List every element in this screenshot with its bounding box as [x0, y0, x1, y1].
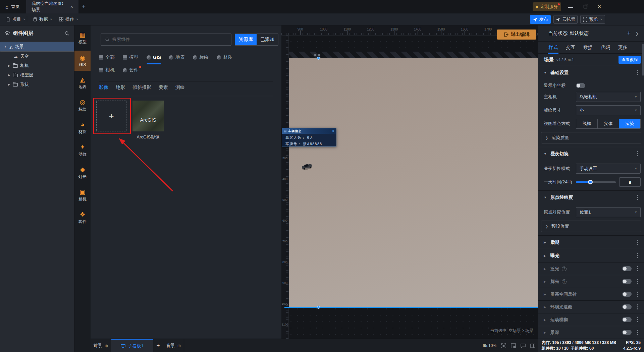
- ssr-toggle[interactable]: [622, 292, 632, 297]
- tab-code[interactable]: 代码: [601, 42, 610, 54]
- popup-header[interactable]: ▤ 车辆信息 ×: [282, 128, 336, 134]
- bloom-toggle[interactable]: [622, 266, 632, 271]
- shading-wireframe[interactable]: 线框: [576, 119, 598, 128]
- tab-background[interactable]: 背景 ⊕: [163, 339, 184, 352]
- motion-blur-toggle[interactable]: [622, 317, 632, 322]
- rail-item-terrain[interactable]: ◭地表: [74, 73, 91, 93]
- section-ao[interactable]: ▶ 环境光遮蔽: [538, 300, 644, 313]
- tab-subboard[interactable]: 子看板1: [111, 339, 153, 352]
- section-ssr[interactable]: ▶ 屏幕空间反射: [538, 288, 644, 300]
- tab-more[interactable]: 更多: [618, 42, 628, 54]
- collapse-arrow-icon[interactable]: ▶: [7, 83, 11, 86]
- add-circle-icon[interactable]: ⊕: [105, 343, 108, 348]
- daynight-mode-select[interactable]: 手动设置∨: [576, 164, 641, 174]
- collapse-arrow-icon[interactable]: ▶: [7, 64, 11, 67]
- ao-toggle[interactable]: [622, 304, 632, 309]
- minimize-button[interactable]: —: [566, 3, 576, 10]
- kebab-menu-icon[interactable]: [637, 242, 638, 243]
- tab-resource-library[interactable]: 资源库: [235, 34, 257, 45]
- help-icon[interactable]: ?: [562, 267, 567, 271]
- cloud-host-button[interactable]: 云托管: [553, 15, 578, 24]
- slider-knob[interactable]: [588, 180, 593, 184]
- chip-terrain[interactable]: 地表: [169, 54, 185, 62]
- section-depth-of-field[interactable]: ▶ 景深: [538, 326, 644, 339]
- close-button[interactable]: ×: [594, 3, 604, 10]
- menu-project[interactable]: 项目∨: [3, 13, 29, 25]
- rail-item-material[interactable]: ◕材质: [74, 118, 91, 138]
- chip-plot[interactable]: 标绘: [193, 54, 209, 62]
- kebab-menu-icon[interactable]: [637, 153, 638, 154]
- exit-edit-button[interactable]: 退出编辑: [497, 30, 536, 40]
- expand-arrow-icon[interactable]: ▼: [4, 45, 7, 48]
- glow-toggle[interactable]: [622, 279, 632, 284]
- kebab-menu-icon[interactable]: [637, 294, 638, 295]
- kebab-menu-icon[interactable]: [637, 306, 638, 307]
- rail-item-gis[interactable]: ◉GIS: [74, 51, 91, 71]
- chip-kit[interactable]: 套件: [123, 67, 139, 75]
- tab-close-icon[interactable]: ×: [70, 4, 73, 9]
- section-postfx[interactable]: ▶ 后期: [538, 235, 644, 249]
- section-exposure[interactable]: ▶ 曝光: [538, 249, 644, 262]
- tree-item-camera[interactable]: ▶ 相机: [0, 61, 74, 70]
- panel-toggle-icon[interactable]: [530, 343, 535, 348]
- shading-solid[interactable]: 实体: [598, 119, 619, 128]
- minimap-icon[interactable]: [511, 343, 516, 348]
- render-quality-collapsed[interactable]: ❯ 渲染质量: [541, 132, 641, 143]
- dof-toggle[interactable]: [622, 330, 632, 335]
- restore-button[interactable]: [580, 3, 590, 10]
- fit-view-icon[interactable]: [501, 343, 506, 348]
- zoom-level[interactable]: 65.10%: [483, 343, 496, 348]
- rail-item-animation[interactable]: ✦动效: [74, 140, 91, 161]
- add-state-button[interactable]: +: [627, 30, 631, 37]
- day-time-slider[interactable]: [576, 177, 616, 187]
- collapse-arrow-icon[interactable]: ▶: [7, 73, 11, 77]
- kebab-menu-icon[interactable]: [637, 319, 638, 320]
- chip-gis[interactable]: GIS: [147, 54, 161, 62]
- message-icon[interactable]: [521, 343, 526, 348]
- section-daynight[interactable]: ▼ 昼夜切换: [538, 147, 644, 160]
- plot-size-select[interactable]: 小∨: [576, 105, 641, 115]
- rail-item-plot[interactable]: ◎标绘: [74, 96, 91, 116]
- tree-item-model-layer[interactable]: ▶ 模型层: [0, 70, 74, 80]
- selection-handle-top[interactable]: [317, 57, 320, 60]
- component-search-input[interactable]: 搜索组件: [101, 34, 231, 46]
- ground-plane[interactable]: [284, 58, 538, 307]
- section-glow[interactable]: ▶ 辉光?: [538, 275, 644, 288]
- vehicle-info-popup[interactable]: ▤ 车辆信息 × 载客人数： 6人 车牌号： 浙A88888: [282, 128, 336, 146]
- rail-item-light[interactable]: ◆灯光: [74, 163, 91, 183]
- selection-handle-bottom[interactable]: [317, 306, 320, 309]
- tab-interaction[interactable]: 交互: [566, 42, 575, 54]
- kebab-menu-icon[interactable]: [637, 255, 638, 256]
- rail-item-model[interactable]: ▦模型: [74, 28, 91, 48]
- section-bloom[interactable]: ▶ 泛光?: [538, 262, 644, 275]
- preset-position-collapsed[interactable]: ❯ 预设位置: [541, 221, 641, 232]
- kebab-menu-icon[interactable]: [637, 281, 638, 282]
- shading-rendered[interactable]: 渲染: [619, 119, 640, 128]
- new-tab-button[interactable]: +: [82, 3, 86, 10]
- menu-operation[interactable]: 操作∨: [56, 13, 82, 25]
- tab-home[interactable]: ⌂ 首页: [0, 0, 26, 13]
- tab-foreground[interactable]: 前景 ⊕: [91, 339, 111, 352]
- tree-item-sky[interactable]: ☁ 天空: [0, 52, 74, 61]
- tree-item-scene[interactable]: ▼ ◭ 场景: [0, 42, 74, 52]
- preview-button[interactable]: 预览∨: [580, 15, 605, 24]
- scrollbar[interactable]: [642, 44, 644, 76]
- kebab-menu-icon[interactable]: [637, 72, 638, 73]
- chip-all[interactable]: 全部: [99, 54, 115, 62]
- chip-camera[interactable]: 相机: [99, 67, 115, 75]
- custom-service-button[interactable]: ◆ 定制服务: [533, 2, 561, 11]
- main-camera-select[interactable]: 鸟瞰相机∨: [576, 92, 641, 102]
- tree-item-shape[interactable]: ▶ 形状: [0, 80, 74, 89]
- chip-material[interactable]: 材质: [217, 54, 232, 62]
- subtab-feature[interactable]: 要素: [159, 84, 168, 91]
- rail-item-kit[interactable]: ❖套件: [74, 208, 91, 228]
- tab-data[interactable]: 数据: [583, 42, 593, 54]
- menu-data[interactable]: 数据∨: [30, 13, 56, 25]
- arcgis-imagery-card[interactable]: ArcGIS: [132, 101, 164, 131]
- publish-button[interactable]: 发布: [530, 15, 551, 24]
- subtab-survey[interactable]: 测绘: [175, 84, 185, 91]
- section-origin[interactable]: ▼ 原点经纬度: [538, 190, 644, 204]
- kebab-menu-icon[interactable]: [637, 268, 638, 269]
- chip-model[interactable]: 模型: [123, 54, 139, 62]
- selection-grip-icon[interactable]: [314, 54, 322, 56]
